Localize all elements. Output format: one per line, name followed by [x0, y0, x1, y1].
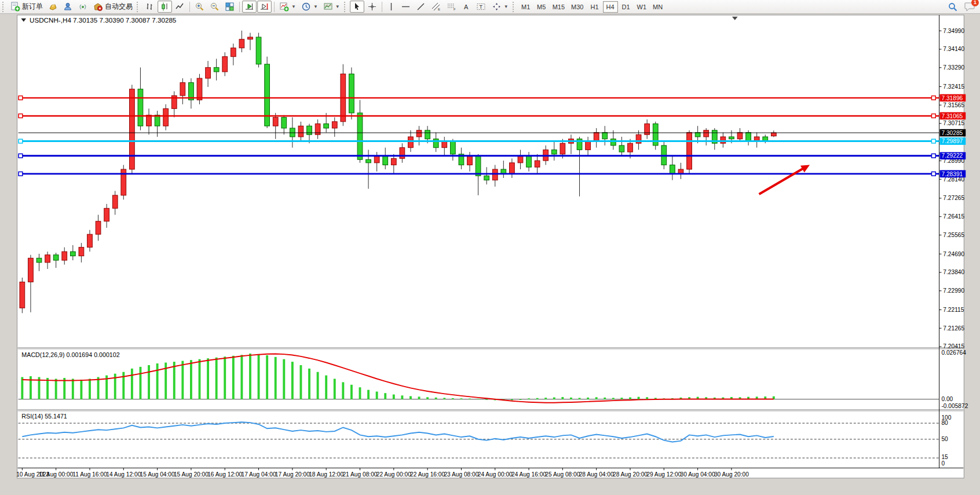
tile-windows-button[interactable] — [222, 1, 237, 13]
search-button[interactable] — [945, 1, 960, 13]
svg-text:T: T — [479, 4, 482, 10]
time-axis-label: 30 Aug 20:00 — [714, 471, 749, 478]
accounts-button[interactable] — [61, 1, 75, 13]
line-handle[interactable] — [931, 139, 935, 143]
vertical-line-tool-button[interactable] — [385, 1, 398, 13]
crosshair-button[interactable] — [365, 1, 379, 13]
price-level-badge-label: 7.28391 — [941, 171, 963, 177]
time-axis-label: 22 Aug 16:00 — [410, 471, 445, 478]
time-axis-label: 16 Aug 12:00 — [207, 471, 242, 478]
bar-chart-style-button[interactable] — [142, 1, 157, 13]
candlestick-style-button[interactable] — [158, 1, 172, 13]
cursor-button[interactable] — [350, 1, 364, 13]
equidistant-channel-icon: E — [431, 2, 441, 12]
price-axis-label: 7.22990 — [943, 287, 964, 294]
candle — [535, 161, 540, 167]
candle — [586, 141, 591, 150]
timeframe-h4[interactable]: H4 — [603, 1, 618, 13]
candle — [560, 143, 565, 154]
candle — [273, 117, 278, 126]
candle — [721, 137, 726, 143]
candle — [416, 130, 422, 137]
chart-shift-button[interactable] — [257, 1, 272, 13]
candle — [687, 133, 692, 170]
timeframe-m30[interactable]: M30 — [568, 1, 586, 13]
notification-badge: 1 — [971, 0, 979, 6]
candle — [594, 133, 599, 141]
line-handle[interactable] — [931, 172, 935, 176]
line-chart-style-button[interactable] — [173, 1, 187, 13]
timeframe-m1[interactable]: M1 — [518, 1, 533, 13]
zoom-in-button[interactable] — [192, 1, 207, 13]
rsi-axis-label: 15 — [941, 454, 948, 460]
indicators-button[interactable]: ▼ — [277, 1, 298, 13]
candle — [248, 37, 253, 39]
chart-window[interactable]: 7.349907.341407.332907.324157.315657.307… — [0, 14, 980, 495]
timeframe-d1[interactable]: D1 — [619, 1, 634, 13]
macd-label: MACD(12,26,9) 0.001694 0.000102 — [21, 351, 119, 358]
arrows-icon — [492, 2, 502, 12]
price-level-badge-label: 7.31065 — [941, 113, 963, 119]
chart-shift-icon — [259, 2, 269, 12]
equidistant-channel-tool-button[interactable]: E — [429, 1, 444, 13]
arrows-tool-button[interactable]: ▼ — [489, 1, 511, 13]
candle — [467, 156, 473, 165]
new-order-icon — [10, 2, 20, 12]
candle — [112, 195, 118, 208]
autotrade-button[interactable]: 自动交易 — [91, 1, 135, 13]
search-icon — [948, 2, 958, 12]
periods-button[interactable]: ▼ — [299, 1, 320, 13]
timeframe-w1[interactable]: W1 — [634, 1, 650, 13]
time-axis-label: 28 Aug 20:00 — [613, 471, 648, 478]
candle — [476, 156, 481, 176]
toolbar-grip[interactable] — [344, 2, 348, 12]
chat-button[interactable]: 1 — [964, 1, 975, 12]
fibonacci-tool-button[interactable]: F — [444, 1, 459, 13]
candle — [138, 89, 143, 126]
toolbar: 新订单 自动交易 — [0, 0, 980, 14]
toolbar-grip[interactable] — [137, 2, 141, 12]
candle — [70, 252, 75, 256]
templates-icon — [323, 2, 333, 12]
toolbar-grip[interactable] — [513, 2, 517, 12]
candle — [670, 165, 675, 174]
new-order-button[interactable]: 新订单 — [8, 1, 45, 13]
candle — [53, 255, 58, 260]
line-handle[interactable] — [19, 96, 23, 100]
candle — [130, 89, 135, 169]
candle — [36, 258, 42, 262]
line-handle[interactable] — [19, 139, 23, 143]
candle — [147, 115, 152, 126]
signal-button[interactable] — [76, 1, 90, 13]
toolbar-grip[interactable] — [2, 2, 6, 12]
zoom-out-button[interactable] — [207, 1, 222, 13]
line-handle[interactable] — [19, 172, 23, 176]
line-handle[interactable] — [931, 114, 935, 118]
candle — [492, 169, 498, 180]
gold-button[interactable] — [46, 1, 60, 13]
text-label-tool-button[interactable]: T — [474, 1, 489, 13]
templates-button[interactable]: ▼ — [321, 1, 342, 13]
candle — [653, 124, 658, 145]
timeframe-mn[interactable]: MN — [650, 1, 665, 13]
candle — [484, 176, 489, 180]
line-handle[interactable] — [931, 96, 935, 100]
candle — [155, 115, 160, 126]
macd-axis-label: -0.005872 — [941, 403, 968, 409]
timeframe-h1[interactable]: H1 — [587, 1, 602, 13]
price-level-badge-label: 7.29897 — [941, 138, 963, 144]
candle — [374, 156, 379, 163]
timeframe-m15[interactable]: M15 — [550, 1, 568, 13]
candle — [197, 78, 202, 100]
auto-scroll-button[interactable] — [242, 1, 257, 13]
crosshair-icon — [367, 2, 377, 12]
line-handle[interactable] — [19, 114, 23, 118]
line-handle[interactable] — [19, 154, 23, 158]
timeframe-m5[interactable]: M5 — [534, 1, 549, 13]
horizontal-line-tool-button[interactable] — [398, 1, 413, 13]
candle — [704, 130, 709, 137]
line-handle[interactable] — [931, 154, 935, 158]
trendline-tool-button[interactable] — [414, 1, 428, 13]
candle — [383, 156, 388, 165]
text-tool-button[interactable]: A — [460, 1, 473, 13]
